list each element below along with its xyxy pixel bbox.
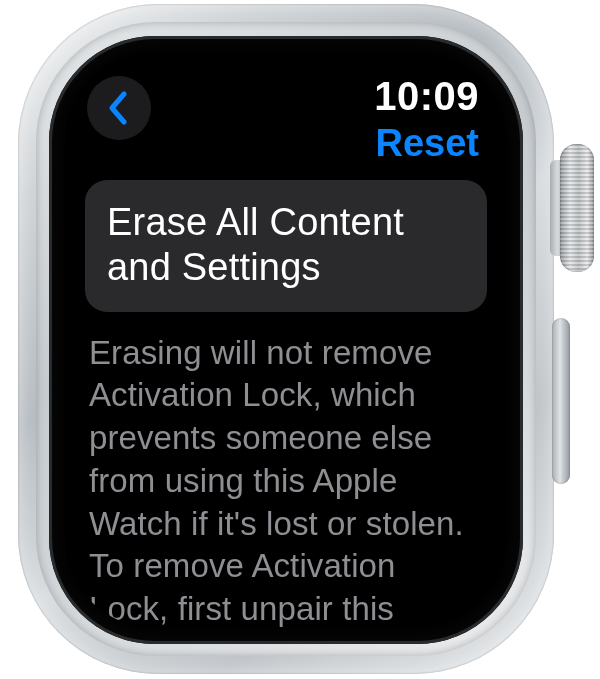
digital-crown[interactable] (560, 144, 594, 272)
erase-all-button[interactable]: Erase All Content and Settings (85, 180, 487, 312)
content-area: Erase All Content and Settings Erasing w… (85, 180, 487, 628)
page-title: Reset (376, 122, 480, 165)
watch-screen: 10:09 Reset Erase All Content and Settin… (65, 52, 507, 628)
chevron-left-icon (104, 91, 134, 125)
status-time: 10:09 (374, 74, 479, 119)
watch-frame: 10:09 Reset Erase All Content and Settin… (0, 0, 600, 679)
header: 10:09 Reset (65, 66, 507, 170)
erase-description: Erasing will not remove Ac­tivation Lock… (85, 332, 487, 628)
side-button[interactable] (552, 318, 570, 484)
erase-all-label: Erase All Content and Settings (107, 200, 465, 290)
back-button[interactable] (87, 76, 151, 140)
